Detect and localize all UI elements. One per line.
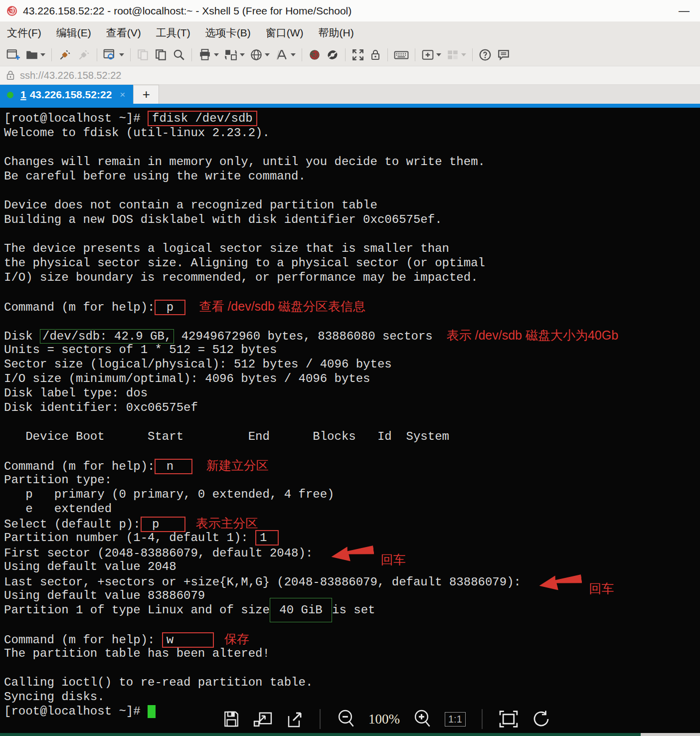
menu-tabs[interactable]: 选项卡(B) (205, 26, 251, 40)
terminal-text: Partition number (1-4, default 1): (4, 531, 255, 545)
print-button[interactable] (196, 47, 220, 62)
terminal-line (4, 661, 700, 675)
terminal-text: Disk label type: dos (4, 386, 148, 400)
terminal-line: Changes will remain in memory only, unti… (4, 155, 700, 169)
terminal-text: First sector (2048-83886079, default 204… (4, 547, 320, 560)
terminal-screen[interactable]: [root@localhost ~]# fdisk /dev/sdbWelcom… (0, 108, 700, 733)
terminal-line: The partition table has been altered! (4, 646, 700, 661)
menu-edit[interactable]: 编辑(E) (56, 26, 91, 40)
paste-button[interactable] (153, 47, 169, 62)
terminal-output: [root@localhost ~]# fdisk /dev/sdbWelcom… (4, 111, 700, 719)
disconnect-button[interactable] (75, 47, 92, 62)
title-bar: 43.226.158.52:22 - root@localhost:~ - Xs… (0, 0, 700, 22)
open-session-button[interactable] (24, 47, 47, 62)
zoom-in-button[interactable] (413, 709, 432, 729)
new-tab-plus-button[interactable]: + (133, 85, 159, 104)
terminal-text: Partition 1 of type Linux and of size (4, 603, 270, 617)
xftp-button[interactable] (325, 47, 341, 62)
terminal-line (4, 227, 700, 241)
minimize-button[interactable]: — (674, 4, 694, 17)
fullscreen-button[interactable] (350, 47, 366, 62)
terminal-text: is set (332, 603, 375, 617)
bottom-edge-strip (0, 733, 700, 736)
web-dropdown-icon[interactable] (265, 53, 270, 56)
help-button[interactable] (477, 47, 493, 62)
open-session-dropdown-icon[interactable] (40, 53, 45, 56)
resize-button[interactable] (253, 710, 273, 729)
web-button[interactable] (248, 47, 271, 62)
terminal-text: e extended (4, 502, 112, 516)
command-redbox: fdisk /dev/sdb (148, 111, 257, 126)
terminal-text: Units = sectors of 1 * 512 = 512 bytes (4, 343, 277, 357)
tab-session-active[interactable]: 1 43.226.158.52:22 × (0, 85, 133, 108)
terminal-text: Welcome to fdisk (util-linux 2.23.2). (4, 126, 270, 140)
toolbar-separator (345, 48, 346, 61)
terminal-text: Calling ioctl() to re-read partition tab… (4, 676, 313, 689)
export-button[interactable] (286, 710, 304, 729)
layout-button (445, 47, 468, 62)
font-button[interactable] (273, 47, 297, 62)
new-session-button[interactable] (5, 47, 22, 62)
command-redbox: p (155, 300, 185, 315)
annotation-text: 回车 (582, 581, 614, 596)
tab-close-icon[interactable]: × (120, 89, 125, 100)
terminal-text: Device does not contain a recognized par… (4, 198, 377, 212)
terminal-line: Device does not contain a recognized par… (4, 198, 700, 212)
print-dropdown-icon[interactable] (214, 53, 219, 56)
terminal-text: The device presents a logical sector siz… (4, 242, 449, 255)
terminal-line: I/O size (minimum/optimal): 4096 bytes /… (4, 371, 700, 386)
zoom-level-label: 100% (368, 712, 400, 727)
terminal-text: The partition table has been altered! (4, 647, 270, 660)
zoom-out-button[interactable] (337, 709, 355, 729)
new-tab-dropdown-icon[interactable] (436, 53, 441, 56)
menu-view[interactable]: 查看(V) (106, 26, 141, 40)
terminal-text: Select (default p): (4, 518, 141, 531)
tab-index: 1 (20, 89, 26, 101)
rotate-button[interactable] (531, 710, 549, 729)
transfer-button[interactable] (222, 47, 246, 62)
save-button[interactable] (223, 710, 240, 729)
connect-button[interactable] (56, 47, 73, 62)
toolbar-separator (472, 48, 473, 61)
terminal-line: Disk label type: dos (4, 386, 700, 400)
terminal-line: the physical sector size. Aligning to a … (4, 256, 700, 270)
terminal-text: Changes will remain in memory only, unti… (4, 155, 485, 169)
layout-dropdown-icon (461, 53, 466, 56)
highlight-greenbox: /dev/sdb: 42.9 GB, (40, 329, 174, 344)
address-url[interactable]: ssh://43.226.158.52:22 (20, 70, 122, 81)
virtual-keyboard-button[interactable] (392, 47, 410, 62)
menu-tools[interactable]: 工具(T) (156, 26, 190, 40)
command-redbox: w (162, 632, 214, 648)
menu-help[interactable]: 帮助(H) (318, 26, 353, 40)
xshell-button[interactable] (307, 47, 323, 62)
terminal-line: Partition type: (4, 473, 700, 487)
command-redbox: n (155, 459, 192, 474)
terminal-text: Syncing disks. (4, 690, 105, 704)
toolbar-separator (387, 48, 388, 61)
properties-dropdown-icon[interactable] (119, 53, 124, 56)
new-tab-button[interactable] (420, 47, 443, 62)
find-button[interactable] (171, 47, 187, 62)
annotation-text: 查看 /dev/sdb 磁盘分区表信息 (185, 299, 365, 313)
properties-button[interactable] (102, 47, 126, 62)
transfer-dropdown-icon[interactable] (240, 53, 245, 56)
terminal-line: I/O) size boundary is recommended, or pe… (4, 270, 700, 285)
terminal-line: p primary (0 primary, 0 extended, 4 free… (4, 487, 700, 502)
address-bar: ssh://43.226.158.52:22 (0, 66, 700, 85)
terminal-line: Sector size (logical/physical): 512 byte… (4, 357, 700, 371)
fit-screen-button[interactable] (499, 710, 519, 729)
feedback-button[interactable] (495, 47, 512, 62)
menu-file[interactable]: 文件(F) (7, 26, 41, 40)
terminal-line (4, 184, 700, 198)
terminal-line: Command (m for help): w 保存 (4, 632, 700, 646)
viewer-separator (320, 709, 321, 729)
highlight-greenbox: 40 GiB (270, 598, 332, 622)
command-redbox: p (141, 517, 185, 532)
annotation-text: 表示 /dev/sdb 磁盘大小为40Gb (433, 328, 618, 342)
font-dropdown-icon[interactable] (291, 53, 296, 56)
terminal-line: First sector (2048-83886079, default 204… (4, 545, 700, 559)
actual-size-button[interactable]: 1:1 (445, 712, 466, 727)
lock-button[interactable] (368, 47, 383, 62)
tab-label: 43.226.158.52:22 (30, 89, 112, 101)
menu-window[interactable]: 窗口(W) (266, 26, 304, 40)
